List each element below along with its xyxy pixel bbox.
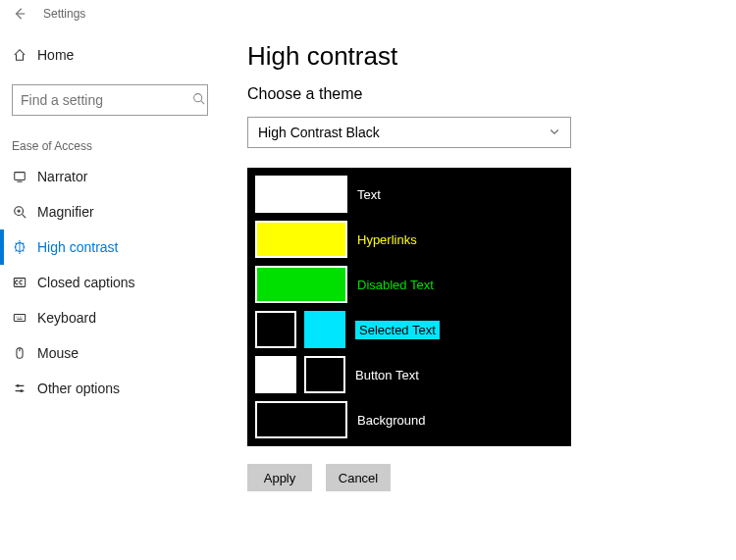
page-title: High contrast <box>247 41 736 72</box>
preview-label-hyperlinks: Hyperlinks <box>357 232 417 247</box>
sidebar-item-narrator[interactable]: Narrator <box>0 159 220 194</box>
sidebar-item-mouse[interactable]: Mouse <box>0 335 220 371</box>
sidebar-item-magnifier[interactable]: Magnifier <box>0 194 220 229</box>
choose-theme-label: Choose a theme <box>247 85 736 103</box>
swatch-button-text-fg[interactable] <box>255 356 296 393</box>
sidebar-section-label: Ease of Access <box>0 131 220 159</box>
title-bar: Settings <box>0 0 736 27</box>
preview-label-text: Text <box>357 187 381 202</box>
swatch-hyperlinks[interactable] <box>255 221 347 258</box>
preview-row-disabled-text: Disabled Text <box>255 266 563 303</box>
search-box[interactable] <box>12 84 208 116</box>
sidebar-item-label: Keyboard <box>37 310 96 326</box>
sidebar-item-label: Other options <box>37 381 120 396</box>
preview-label-background: Background <box>357 413 425 428</box>
preview-row-selected-text: Selected Text <box>255 311 563 348</box>
closed-captions-icon <box>12 275 27 290</box>
swatch-disabled-text[interactable] <box>255 266 347 303</box>
sidebar-item-keyboard[interactable]: Keyboard <box>0 300 220 335</box>
swatch-background[interactable] <box>255 401 347 438</box>
sidebar-item-label: Mouse <box>37 345 79 361</box>
preview-label-button-text: Button Text <box>355 368 419 382</box>
svg-point-0 <box>194 94 202 102</box>
other-options-icon <box>12 381 27 396</box>
main-content: High contrast Choose a theme High Contra… <box>220 27 736 491</box>
preview-row-button-text: Button Text <box>255 356 563 393</box>
keyboard-icon <box>12 310 27 326</box>
mouse-icon <box>12 345 27 361</box>
preview-row-text: Text <box>255 176 563 213</box>
swatch-text[interactable] <box>255 176 347 213</box>
home-icon <box>12 47 27 63</box>
back-button[interactable] <box>8 2 31 25</box>
sidebar-item-other-options[interactable]: Other options <box>0 371 220 406</box>
sidebar-item-closed-captions[interactable]: Closed captions <box>0 265 220 300</box>
sidebar-item-label: Narrator <box>37 169 87 184</box>
swatch-selected-text-fg[interactable] <box>255 311 296 348</box>
high-contrast-icon <box>12 239 27 255</box>
preview-row-background: Background <box>255 401 563 438</box>
preview-row-hyperlinks: Hyperlinks <box>255 221 563 258</box>
button-row: Apply Cancel <box>247 464 736 491</box>
theme-dropdown[interactable]: High Contrast Black <box>247 117 571 148</box>
search-icon <box>192 91 205 109</box>
search-input[interactable] <box>21 92 192 108</box>
swatch-selected-text-bg[interactable] <box>304 311 345 348</box>
swatch-button-text-bg[interactable] <box>304 356 345 393</box>
preview-label-disabled-text: Disabled Text <box>357 278 434 292</box>
cancel-button[interactable]: Cancel <box>326 464 391 491</box>
preview-label-selected-text: Selected Text <box>355 321 440 339</box>
sidebar-item-label: Magnifier <box>37 204 94 220</box>
sidebar: Home Ease of Access Narrator Magnifier <box>0 27 220 491</box>
sidebar-item-label: High contrast <box>37 239 118 255</box>
magnifier-icon <box>12 204 27 220</box>
sidebar-item-label: Closed captions <box>37 275 135 290</box>
chevron-down-icon <box>549 125 560 140</box>
theme-dropdown-value: High Contrast Black <box>258 125 380 140</box>
theme-preview: Text Hyperlinks Disabled Text Selected T… <box>247 168 571 446</box>
app-title: Settings <box>43 7 85 21</box>
back-arrow-icon <box>13 7 26 21</box>
sidebar-item-home[interactable]: Home <box>0 37 220 73</box>
apply-button[interactable]: Apply <box>247 464 312 491</box>
sidebar-item-label: Home <box>37 47 74 63</box>
svg-rect-1 <box>15 173 26 180</box>
narrator-icon <box>12 169 27 184</box>
svg-rect-5 <box>14 315 25 322</box>
sidebar-item-high-contrast[interactable]: High contrast <box>0 229 220 265</box>
